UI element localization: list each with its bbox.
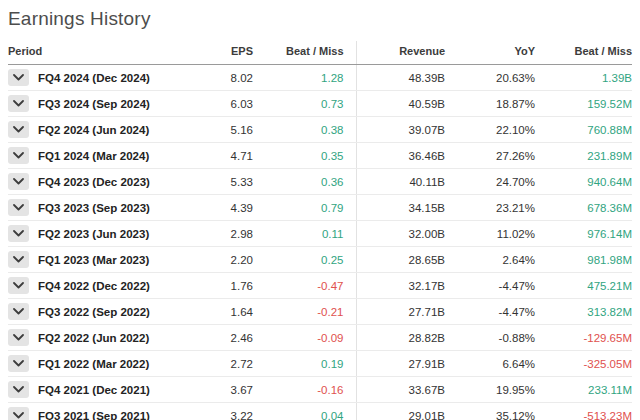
revenue-value: 29.01B xyxy=(356,403,445,420)
table-row: FQ1 2023 (Mar 2023) 2.20 0.25 28.65B 2.6… xyxy=(8,247,632,273)
revenue-beat-miss-value: 1.39B xyxy=(535,65,632,91)
column-header-yoy: YoY xyxy=(445,41,535,65)
revenue-beat-miss-value: 475.21M xyxy=(535,273,632,299)
table-row: FQ4 2022 (Dec 2022) 1.76 -0.47 32.17B -4… xyxy=(8,273,632,299)
eps-beat-miss-value: 0.73 xyxy=(253,91,356,117)
expand-row-button[interactable] xyxy=(8,277,29,294)
expand-row-button[interactable] xyxy=(8,407,29,420)
eps-beat-miss-value: 0.04 xyxy=(253,403,356,420)
yoy-value: 20.63% xyxy=(445,65,535,91)
eps-value: 3.67 xyxy=(168,377,253,403)
yoy-value: 2.64% xyxy=(445,247,535,273)
revenue-value: 34.15B xyxy=(356,195,445,221)
expand-row-button[interactable] xyxy=(8,329,29,346)
eps-value: 4.71 xyxy=(168,143,253,169)
period-label: FQ2 2022 (Jun 2022) xyxy=(38,332,149,344)
period-label: FQ4 2021 (Dec 2021) xyxy=(38,384,150,396)
period-label: FQ3 2024 (Sep 2024) xyxy=(38,98,150,110)
table-row: FQ4 2023 (Dec 2023) 5.33 0.36 40.11B 24.… xyxy=(8,169,632,195)
period-label: FQ3 2021 (Sep 2021) xyxy=(38,410,150,420)
eps-value: 8.02 xyxy=(168,65,253,91)
chevron-down-icon xyxy=(13,74,24,81)
yoy-value: 23.21% xyxy=(445,195,535,221)
eps-beat-miss-value: 0.11 xyxy=(253,221,356,247)
eps-beat-miss-value: -0.16 xyxy=(253,377,356,403)
expand-row-button[interactable] xyxy=(8,173,29,190)
table-row: FQ3 2024 (Sep 2024) 6.03 0.73 40.59B 18.… xyxy=(8,91,632,117)
table-row: FQ3 2021 (Sep 2021) 3.22 0.04 29.01B 35.… xyxy=(8,403,632,420)
table-row: FQ2 2022 (Jun 2022) 2.46 -0.09 28.82B -0… xyxy=(8,325,632,351)
column-header-eps: EPS xyxy=(168,41,253,65)
revenue-value: 39.07B xyxy=(356,117,445,143)
eps-value: 4.39 xyxy=(168,195,253,221)
expand-row-button[interactable] xyxy=(8,355,29,372)
expand-row-button[interactable] xyxy=(8,251,29,268)
expand-row-button[interactable] xyxy=(8,225,29,242)
period-cell: FQ2 2022 (Jun 2022) xyxy=(8,325,168,351)
revenue-beat-miss-value: -513.23M xyxy=(535,403,632,420)
expand-row-button[interactable] xyxy=(8,147,29,164)
period-label: FQ1 2023 (Mar 2023) xyxy=(38,254,149,266)
period-cell: FQ4 2024 (Dec 2024) xyxy=(8,65,168,91)
period-cell: FQ4 2023 (Dec 2023) xyxy=(8,169,168,195)
period-cell: FQ2 2023 (Jun 2023) xyxy=(8,221,168,247)
eps-value: 2.20 xyxy=(168,247,253,273)
expand-row-button[interactable] xyxy=(8,95,29,112)
eps-beat-miss-value: 0.79 xyxy=(253,195,356,221)
period-label: FQ3 2023 (Sep 2023) xyxy=(38,202,150,214)
column-header-revenue: Revenue xyxy=(356,41,445,65)
chevron-down-icon xyxy=(13,204,24,211)
table-row: FQ3 2022 (Sep 2022) 1.64 -0.21 27.71B -4… xyxy=(8,299,632,325)
chevron-down-icon xyxy=(13,178,24,185)
revenue-beat-miss-value: -129.65M xyxy=(535,325,632,351)
period-label: FQ3 2022 (Sep 2022) xyxy=(38,306,150,318)
period-cell: FQ3 2022 (Sep 2022) xyxy=(8,299,168,325)
revenue-beat-miss-value: 233.11M xyxy=(535,377,632,403)
revenue-beat-miss-value: 976.14M xyxy=(535,221,632,247)
table-row: FQ4 2024 (Dec 2024) 8.02 1.28 48.39B 20.… xyxy=(8,65,632,91)
expand-row-button[interactable] xyxy=(8,121,29,138)
chevron-down-icon xyxy=(13,256,24,263)
eps-beat-miss-value: 0.19 xyxy=(253,351,356,377)
expand-row-button[interactable] xyxy=(8,199,29,216)
expand-row-button[interactable] xyxy=(8,303,29,320)
revenue-beat-miss-value: 981.98M xyxy=(535,247,632,273)
expand-row-button[interactable] xyxy=(8,381,29,398)
chevron-down-icon xyxy=(13,334,24,341)
period-label: FQ4 2023 (Dec 2023) xyxy=(38,176,150,188)
earnings-history-widget: Earnings History Period EPS Beat / Miss … xyxy=(0,0,640,420)
table-header-row: Period EPS Beat / Miss Revenue YoY Beat … xyxy=(8,41,632,65)
yoy-value: 27.26% xyxy=(445,143,535,169)
chevron-down-icon xyxy=(13,282,24,289)
chevron-down-icon xyxy=(13,152,24,159)
yoy-value: 18.87% xyxy=(445,91,535,117)
table-row: FQ2 2023 (Jun 2023) 2.98 0.11 32.00B 11.… xyxy=(8,221,632,247)
table-row: FQ4 2021 (Dec 2021) 3.67 -0.16 33.67B 19… xyxy=(8,377,632,403)
eps-beat-miss-value: 0.35 xyxy=(253,143,356,169)
revenue-value: 28.65B xyxy=(356,247,445,273)
eps-value: 2.98 xyxy=(168,221,253,247)
eps-beat-miss-value: -0.21 xyxy=(253,299,356,325)
period-cell: FQ1 2023 (Mar 2023) xyxy=(8,247,168,273)
revenue-beat-miss-value: 231.89M xyxy=(535,143,632,169)
period-label: FQ1 2022 (Mar 2022) xyxy=(38,358,149,370)
eps-value: 1.76 xyxy=(168,273,253,299)
eps-value: 2.72 xyxy=(168,351,253,377)
period-cell: FQ3 2021 (Sep 2021) xyxy=(8,403,168,420)
revenue-beat-miss-value: 159.52M xyxy=(535,91,632,117)
revenue-beat-miss-value: -325.05M xyxy=(535,351,632,377)
revenue-value: 33.67B xyxy=(356,377,445,403)
column-header-period: Period xyxy=(8,41,168,65)
revenue-beat-miss-value: 678.36M xyxy=(535,195,632,221)
yoy-value: 22.10% xyxy=(445,117,535,143)
revenue-beat-miss-value: 313.82M xyxy=(535,299,632,325)
chevron-down-icon xyxy=(13,100,24,107)
period-label: FQ2 2024 (Jun 2024) xyxy=(38,124,149,136)
period-cell: FQ3 2024 (Sep 2024) xyxy=(8,91,168,117)
period-label: FQ2 2023 (Jun 2023) xyxy=(38,228,149,240)
period-cell: FQ3 2023 (Sep 2023) xyxy=(8,195,168,221)
eps-beat-miss-value: 1.28 xyxy=(253,65,356,91)
expand-row-button[interactable] xyxy=(8,69,29,86)
table-row: FQ1 2022 (Mar 2022) 2.72 0.19 27.91B 6.6… xyxy=(8,351,632,377)
revenue-value: 27.91B xyxy=(356,351,445,377)
